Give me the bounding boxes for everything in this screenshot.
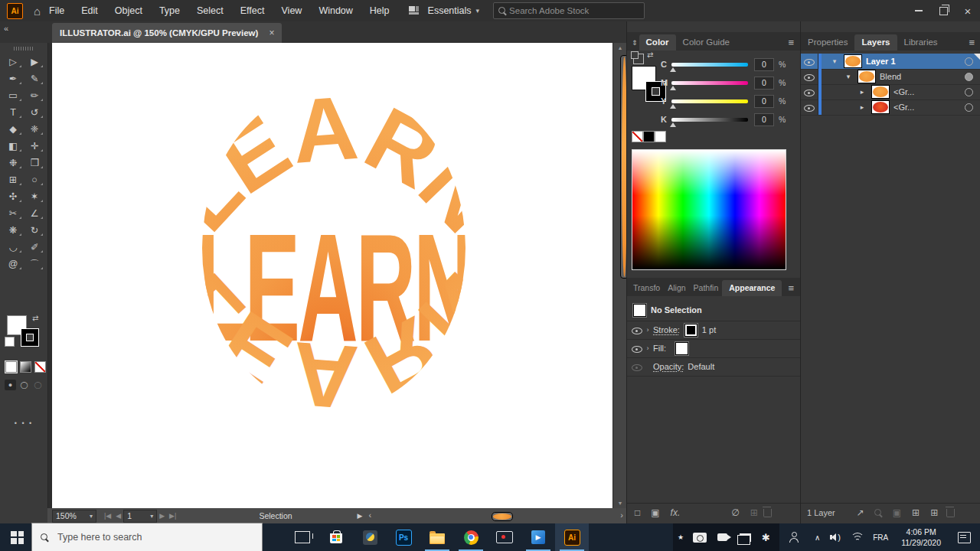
delete-item-icon[interactable]: [763, 509, 772, 517]
document-tab[interactable]: ILLUSTRATOR.ai @ 150% (CMYK/GPU Preview)…: [52, 23, 282, 43]
next-artboard-icon[interactable]: ▶: [159, 512, 165, 520]
fill-swatch[interactable]: [675, 342, 688, 355]
slider-thumb[interactable]: [670, 86, 676, 90]
symbol-sprayer-tool[interactable]: ❋: [2, 222, 24, 239]
scroll-down-icon[interactable]: ▼: [613, 500, 627, 506]
taskbar-search-input[interactable]: [56, 531, 227, 543]
black-value[interactable]: 0: [754, 113, 774, 126]
fill-label[interactable]: Fill:: [653, 344, 666, 353]
draw-inside-mode[interactable]: ◯: [32, 380, 44, 390]
magic-wand-tool[interactable]: ✶: [24, 188, 45, 205]
language-indicator[interactable]: FRA: [873, 533, 888, 542]
workspace-switcher[interactable]: Essentials: [420, 0, 473, 21]
collect-for-export-icon[interactable]: ↗: [857, 507, 864, 518]
new-layer-icon[interactable]: ⊞: [930, 507, 938, 518]
new-sublayer-icon[interactable]: ⊞: [912, 507, 920, 518]
artboard-canvas[interactable]: LEARN LEARN LEARN: [52, 43, 612, 508]
cyan-value[interactable]: 0: [754, 58, 774, 71]
tab-pathfinder[interactable]: Pathfin: [690, 280, 723, 296]
expand-chevron-icon[interactable]: ▾: [843, 73, 854, 80]
stroke-swatch[interactable]: [684, 324, 697, 337]
swatch-none[interactable]: [632, 131, 643, 142]
draw-behind-mode[interactable]: ◯: [18, 380, 30, 390]
pen-tool[interactable]: ✒: [2, 70, 24, 87]
panel-menu-icon[interactable]: ≡: [788, 282, 794, 296]
arrange-documents-icon[interactable]: [409, 6, 420, 15]
cyan-slider[interactable]: [671, 63, 748, 67]
direct-selection-tool[interactable]: ▶: [24, 54, 45, 70]
locate-object-icon[interactable]: [874, 508, 884, 518]
scroll-right-icon[interactable]: ›: [620, 510, 623, 520]
menu-edit[interactable]: Edit: [73, 0, 106, 21]
panel-collapse-icon[interactable]: ⇕: [627, 39, 639, 51]
opacity-value[interactable]: Default: [688, 362, 714, 371]
panel-menu-icon[interactable]: ≡: [788, 37, 794, 51]
layer-visibility-icon[interactable]: [804, 57, 815, 67]
menu-object[interactable]: Object: [106, 0, 151, 21]
chrome-icon[interactable]: [454, 523, 488, 551]
magenta-slider[interactable]: [671, 81, 748, 85]
wifi-icon[interactable]: [851, 533, 863, 542]
menu-view[interactable]: View: [273, 0, 311, 21]
target-circle-icon[interactable]: [965, 73, 973, 81]
close-tab-icon[interactable]: ×: [269, 28, 274, 38]
add-new-fill-icon[interactable]: ▣: [651, 507, 659, 518]
delete-layer-icon[interactable]: [946, 509, 955, 517]
shaper-tool[interactable]: ❈: [24, 121, 45, 138]
stroke-label[interactable]: Stroke:: [653, 325, 680, 334]
tab-transform[interactable]: Transfo: [627, 280, 664, 296]
status-panel-arrow-icon[interactable]: ▶: [358, 512, 363, 520]
make-clipping-mask-icon[interactable]: ▣: [893, 507, 901, 518]
expand-chevron-icon[interactable]: ▸: [857, 88, 867, 96]
last-artboard-icon[interactable]: ▶|: [169, 512, 176, 520]
yellow-slider[interactable]: [671, 99, 748, 103]
width-tool[interactable]: ✣: [2, 188, 24, 205]
stock-search-input[interactable]: [508, 5, 618, 16]
screenshots-icon[interactable]: [740, 533, 751, 542]
target-circle-icon[interactable]: [965, 103, 973, 112]
file-explorer-icon[interactable]: [420, 523, 454, 551]
lasso-tool[interactable]: ◡: [2, 239, 24, 256]
slider-thumb[interactable]: [670, 67, 676, 72]
expand-chevron-icon[interactable]: ›: [642, 326, 653, 334]
start-button[interactable]: [11, 531, 24, 544]
taskbar-search-box[interactable]: [31, 523, 263, 551]
home-icon[interactable]: ⌂: [34, 5, 41, 18]
stroke-color-swatch[interactable]: [21, 328, 39, 347]
gear-icon[interactable]: ✱: [762, 532, 770, 543]
minimize-button[interactable]: [906, 0, 931, 21]
gradient-tool[interactable]: ◧: [2, 138, 24, 155]
horizontal-scroll-thumb[interactable]: [492, 512, 513, 521]
layer-visibility-icon[interactable]: [804, 103, 815, 112]
tab-align[interactable]: Align: [664, 280, 689, 296]
collapse-panel-icon[interactable]: «: [4, 24, 8, 33]
task-view-button[interactable]: [286, 523, 319, 551]
fill-row[interactable]: › Fill:: [627, 339, 800, 358]
fill-stroke-mini-icon[interactable]: [633, 54, 644, 64]
type-tool[interactable]: T: [2, 104, 24, 121]
tab-layers[interactable]: Layers: [854, 34, 897, 51]
clear-appearance-icon[interactable]: ∅: [731, 507, 739, 518]
video-camera-icon[interactable]: [717, 533, 727, 541]
opacity-row[interactable]: Opacity: Default: [627, 357, 800, 377]
restore-button[interactable]: [931, 0, 956, 21]
menu-file[interactable]: File: [41, 0, 73, 21]
menu-effect[interactable]: Effect: [232, 0, 273, 21]
layer-thumbnail[interactable]: [871, 100, 890, 114]
action-center-icon[interactable]: [958, 532, 971, 543]
eraser-tool[interactable]: ◆: [2, 121, 24, 138]
scroll-left-icon[interactable]: ‹: [369, 510, 372, 520]
stroke-weight[interactable]: 1 pt: [702, 325, 716, 334]
magenta-value[interactable]: 0: [754, 77, 774, 90]
default-fill-stroke-icon[interactable]: [5, 337, 15, 347]
black-slider[interactable]: [671, 118, 748, 122]
tab-libraries[interactable]: Libraries: [897, 34, 945, 51]
expand-chevron-icon[interactable]: ▾: [829, 57, 840, 65]
rectangle-tool[interactable]: ▭: [2, 87, 24, 104]
pencil-tool[interactable]: ✐: [24, 239, 45, 256]
panel-drag-handle[interactable]: [14, 47, 34, 51]
tab-properties[interactable]: Properties: [801, 34, 854, 51]
layer-visibility-icon[interactable]: [804, 87, 815, 97]
stroke-row[interactable]: › Stroke: 1 pt: [627, 321, 800, 340]
layer-name[interactable]: <Gr...: [893, 87, 965, 96]
